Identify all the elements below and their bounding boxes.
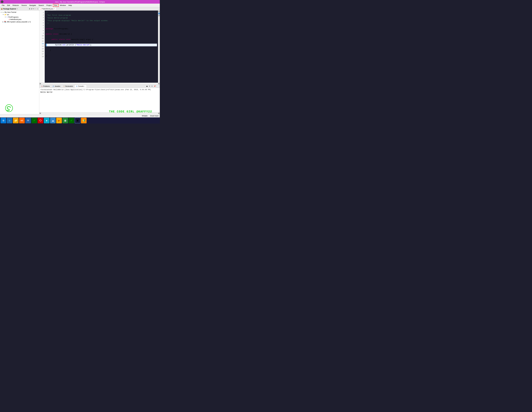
problems-icon: ⚠ [41, 85, 43, 87]
code-line-15: } [46, 49, 157, 52]
windows8-button[interactable]: ◈ [44, 118, 49, 123]
fp-label: FirstPrograms [8, 16, 19, 18]
tab-title: *HelloWorld.java [42, 8, 53, 10]
project-icon: 🗂 [2, 11, 4, 13]
grid-button[interactable]: ▦ [62, 118, 68, 123]
pe-toolbar: ⊟ ⇄ ▾ ─ □ [28, 8, 38, 10]
code-line-4: *This program displays "Hello World!" to… [46, 19, 157, 22]
menu-search[interactable]: Search [37, 4, 45, 7]
tab-console[interactable]: 🖥 Console ✕ [75, 85, 87, 88]
line-numbers: 1 2 3 4 5 6 7 8 9 10 11 12 13 14 [39, 10, 45, 83]
menu-window[interactable]: Window [59, 4, 67, 7]
uc-browser-button[interactable]: UC [19, 118, 25, 123]
tab-javadoc[interactable]: @ Javadoc [51, 85, 62, 88]
pin-btn[interactable]: 📌 [153, 85, 156, 87]
menu-edit[interactable]: Edit [6, 4, 11, 7]
code-area[interactable]: /* *Our first Java program *Hello World … [45, 10, 158, 83]
folder-button[interactable]: 📁 [13, 118, 19, 123]
writable-status: Writable [142, 115, 148, 117]
bottom-h-right[interactable]: ► [158, 112, 160, 114]
menu-run[interactable]: Run [53, 4, 59, 7]
cloudy-button[interactable]: ☁ [50, 118, 56, 123]
declaration-icon: 📋 [63, 85, 65, 87]
open-file-btn[interactable]: 📄 [156, 85, 159, 87]
pe-menu-btn[interactable]: ▾ [33, 8, 35, 10]
menu-file[interactable]: File [0, 4, 6, 7]
stop-btn[interactable]: ⏹ [146, 85, 148, 87]
eclipse-taskbar-button[interactable]: ◉ [75, 118, 80, 123]
editor-and-bottom: J *HelloWorld.java ✕ 1 2 3 4 5 6 7 [39, 7, 160, 114]
tab-problems[interactable]: ⚠ Problems [40, 85, 51, 88]
bottom-h-left[interactable]: ◄ [39, 112, 41, 114]
fp-icon: ⬡ [6, 16, 8, 18]
code-editor[interactable]: 1 2 3 4 5 6 7 8 9 10 11 12 13 14 [39, 10, 160, 83]
steemit-logo [5, 104, 13, 112]
play-button[interactable]: ▶ [56, 118, 62, 123]
code-line-7: package FirstPrograms; [46, 27, 157, 30]
jre-label: JRE System Library [JavaSE-1.7] [7, 21, 30, 23]
code-line-5: */ [46, 22, 157, 25]
green-check-button[interactable]: ✓ [68, 118, 74, 123]
tab-declaration[interactable]: 📋 Declaration [62, 85, 75, 88]
insert-mode-status: Smart Insert [150, 115, 159, 117]
clear-btn[interactable]: ✕ [148, 85, 151, 87]
bottom-toolbar: ⏹ ✕ ✕ 📌 📄 [146, 85, 159, 87]
hw-icon: J [9, 19, 10, 20]
start-button[interactable]: ⊞ [0, 118, 6, 123]
watermark: THE CODE GIRL @KAFFY22 [109, 110, 152, 113]
console-icon: 🖥 [76, 85, 77, 87]
terminated-line: <terminated> HelloWorld [Java Applicatio… [40, 89, 159, 91]
menu-help[interactable]: Help [67, 4, 73, 7]
shield-button[interactable]: ✓ [31, 118, 37, 123]
ie-button[interactable]: e [7, 118, 12, 123]
hello-world-output: Hello World [40, 91, 159, 93]
code-line-16 [46, 52, 157, 55]
pe-close-icon[interactable]: ✕ [17, 8, 18, 9]
scroll-thumb [158, 13, 160, 14]
code-line-17: } [46, 55, 157, 57]
pe-content: ▼ 🗂 My Java Tutorial ▼ 📁 src ▼ ⬡ Fir [0, 10, 39, 114]
console-label: Console [78, 85, 84, 87]
tree-project[interactable]: ▼ 🗂 My Java Tutorial [0, 11, 39, 13]
scrollbar-right[interactable]: ▲ ▼ [158, 10, 160, 83]
taskbar: ⊞ e 📁 UC W ✓ O ◈ ☁ ▶ ▦ ✓ ◉ 🔰 [0, 118, 160, 124]
pe-sync-btn[interactable]: ⇄ [31, 8, 33, 10]
code-line-1: /* [46, 11, 157, 14]
h-scroll-right[interactable]: ► [158, 83, 160, 85]
tree-firstprograms[interactable]: ▼ ⬡ FirstPrograms [0, 16, 39, 18]
tree-helloworld[interactable]: J HelloWorld.java [0, 18, 39, 21]
editor-tab-helloworld[interactable]: J *HelloWorld.java ✕ [39, 8, 56, 10]
pe-max-btn[interactable]: □ [37, 8, 38, 10]
menu-refactor[interactable]: Refactor [11, 4, 20, 7]
console-content: <terminated> HelloWorld [Java Applicatio… [39, 88, 160, 112]
menu-navigate[interactable]: Navigate [28, 4, 37, 7]
word-button[interactable]: W [25, 118, 31, 123]
fp-arrow: ▼ [5, 16, 6, 18]
bottom-tabs: ⚠ Problems @ Javadoc 📋 Declaration 🖥 [39, 85, 160, 88]
tree-jre[interactable]: ▶ 📚 JRE System Library [JavaSE-1.7] [0, 21, 39, 23]
bottom-area: <terminated> HelloWorld [Java Applicatio… [39, 88, 160, 112]
menu-source[interactable]: Source [20, 4, 28, 7]
tab-close-icon[interactable]: ✕ [54, 8, 55, 9]
scroll-down-btn[interactable]: ▼ [158, 15, 160, 17]
menu-project[interactable]: Project [45, 4, 53, 7]
pe-title: 📦 Package Explorer ✕ [1, 8, 18, 10]
console-close-icon[interactable]: ✕ [84, 86, 85, 87]
editor-tabs: J *HelloWorld.java ✕ [39, 7, 160, 10]
code-line-11: public static void main(String[] args) { [46, 38, 157, 41]
close-btn[interactable]: ✕ [151, 85, 153, 87]
scroll-up-btn[interactable]: ▲ [158, 10, 160, 12]
bottom-panel: ⚠ Problems @ Javadoc 📋 Declaration 🖥 [39, 84, 160, 114]
tree-src[interactable]: ▼ 📁 src [0, 13, 39, 16]
h-scroll[interactable]: ◄ ► [39, 83, 160, 84]
code-line-13: System.out.println ("Hello World"); [46, 44, 157, 46]
vlc-button[interactable]: 🔰 [81, 118, 87, 123]
pe-collapse-btn[interactable]: ⊟ [28, 8, 30, 10]
pe-min-btn[interactable]: ─ [35, 8, 37, 10]
problems-label: Problems [43, 85, 50, 87]
statusbar: Writable Smart Insert [0, 114, 160, 118]
code-line-8 [46, 30, 157, 33]
h-scroll-left[interactable]: ◄ [39, 83, 41, 85]
hw-label: HelloWorld.java [10, 18, 21, 20]
opera-button[interactable]: O [38, 118, 43, 123]
